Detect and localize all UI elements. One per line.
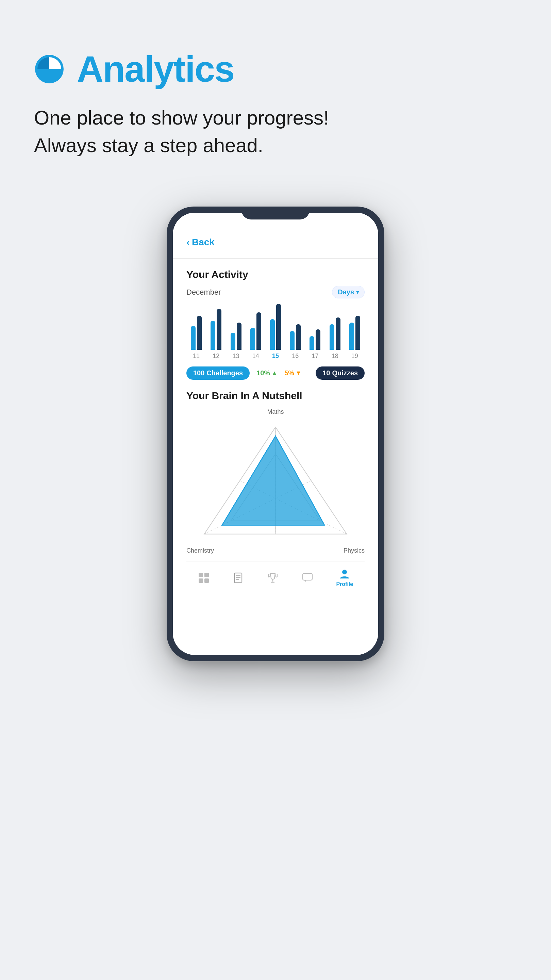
svg-marker-9 (222, 436, 324, 525)
bar-group-13: 13 (230, 302, 241, 360)
challenges-badge: 100 Challenges (186, 366, 250, 380)
bar-group-17: 17 (310, 302, 321, 360)
challenges-label: Challenges (206, 369, 243, 377)
book-icon (232, 572, 244, 584)
trophy-icon (267, 572, 279, 584)
profile-nav-label: Profile (336, 581, 353, 587)
percent2-stat: 5% ▼ (284, 369, 302, 377)
bar-group-11: 11 (191, 302, 202, 360)
svg-marker-22 (305, 580, 306, 582)
bar-18-b (336, 318, 340, 350)
analytics-icon (34, 54, 65, 84)
percent1-stat: 10% ▲ (256, 369, 278, 377)
nav-item-lessons[interactable] (232, 572, 244, 584)
bar-label-13: 13 (233, 353, 240, 360)
brain-title: Your Brain In A Nutshell (186, 390, 365, 401)
trend-up-icon: ▲ (272, 369, 278, 377)
nav-item-messages[interactable] (302, 572, 313, 584)
phone-container: ‹ Back Your Activity December Days ▾ (0, 207, 551, 695)
svg-point-23 (342, 570, 347, 574)
phone-outer: ‹ Back Your Activity December Days ▾ (167, 207, 384, 661)
svg-rect-21 (303, 573, 312, 580)
filter-label: Days (338, 288, 354, 296)
bar-16-b (296, 324, 301, 350)
bar-label-19: 19 (351, 353, 358, 360)
radar-label-maths: Maths (186, 408, 365, 415)
bar-14-b (256, 312, 261, 350)
svg-rect-13 (205, 579, 209, 583)
bar-group-19: 19 (349, 302, 360, 360)
bar-11-a (191, 326, 195, 350)
bar-label-17: 17 (311, 353, 318, 360)
radar-label-physics: Physics (343, 547, 365, 554)
back-button[interactable]: ‹ Back (186, 237, 365, 248)
bar-11-b (197, 316, 202, 350)
quizzes-badge: 10 Quizzes (316, 366, 365, 380)
bar-label-14: 14 (252, 353, 259, 360)
bar-14-a (250, 328, 255, 350)
radar-labels-bottom: Chemistry Physics (186, 547, 365, 554)
bar-label-18: 18 (332, 353, 338, 360)
header-section: Analytics One place to show your progres… (0, 0, 551, 179)
bar-label-15: 15 (272, 353, 279, 360)
activity-title: Your Activity (186, 269, 365, 280)
bar-17-b (316, 329, 321, 350)
percent2-value: 5% (284, 369, 294, 377)
page-title: Analytics (77, 48, 234, 90)
activity-section: Your Activity December Days ▾ (186, 269, 365, 380)
radar-label-chemistry: Chemistry (186, 547, 214, 554)
nav-divider (173, 258, 378, 259)
bottom-nav: Profile (186, 561, 365, 598)
svg-rect-10 (198, 573, 203, 577)
bar-16-a (290, 331, 295, 350)
bar-group-12: 12 (211, 302, 221, 360)
nav-item-achievements[interactable] (267, 572, 279, 584)
chat-icon (302, 572, 313, 584)
activity-header: December Days ▾ (186, 286, 365, 298)
quizzes-label: Quizzes (332, 369, 358, 377)
dropdown-arrow-icon: ▾ (356, 289, 359, 295)
nav-item-profile[interactable]: Profile (336, 568, 353, 587)
bar-19-b (356, 316, 360, 350)
profile-icon (339, 568, 350, 580)
bar-12-b (217, 309, 221, 350)
challenges-num: 100 (193, 369, 205, 377)
bar-18-a (330, 324, 334, 350)
bar-label-16: 16 (292, 353, 299, 360)
phone-notch (241, 207, 310, 220)
trend-down-icon: ▼ (295, 369, 302, 377)
back-label: Back (192, 237, 214, 248)
bar-15-a (270, 319, 275, 350)
bar-13-a (230, 333, 235, 350)
days-dropdown[interactable]: Days ▾ (332, 286, 365, 298)
month-label: December (186, 288, 221, 297)
bar-group-18: 18 (330, 302, 340, 360)
bar-12-a (211, 321, 215, 350)
bar-13-b (237, 323, 241, 350)
phone-inner: ‹ Back Your Activity December Days ▾ (173, 213, 378, 655)
dashboard-icon (198, 572, 210, 584)
radar-svg (186, 418, 365, 543)
quizzes-num: 10 (322, 369, 330, 377)
nav-item-dashboard[interactable] (198, 572, 210, 584)
phone-content: ‹ Back Your Activity December Days ▾ (173, 213, 378, 608)
bar-group-15: 15 (270, 302, 281, 360)
stats-row: 100 Challenges 10% ▲ 5% ▼ 10 (186, 366, 365, 380)
bar-group-16: 16 (290, 302, 301, 360)
bar-19-a (349, 323, 354, 350)
header-title-row: Analytics (34, 48, 517, 90)
svg-rect-11 (205, 573, 209, 577)
bar-label-11: 11 (193, 353, 200, 360)
back-chevron-icon: ‹ (186, 237, 190, 248)
bar-label-12: 12 (213, 353, 219, 360)
radar-chart: Maths (186, 408, 365, 554)
bar-15-b (276, 304, 281, 350)
percent1-value: 10% (256, 369, 270, 377)
bar-17-a (310, 336, 314, 350)
bar-chart: 11 12 (186, 305, 365, 360)
header-subtitle: One place to show your progress! Always … (34, 104, 517, 159)
svg-rect-12 (198, 579, 203, 583)
brain-section: Your Brain In A Nutshell Maths (186, 390, 365, 554)
bar-group-14: 14 (250, 302, 261, 360)
